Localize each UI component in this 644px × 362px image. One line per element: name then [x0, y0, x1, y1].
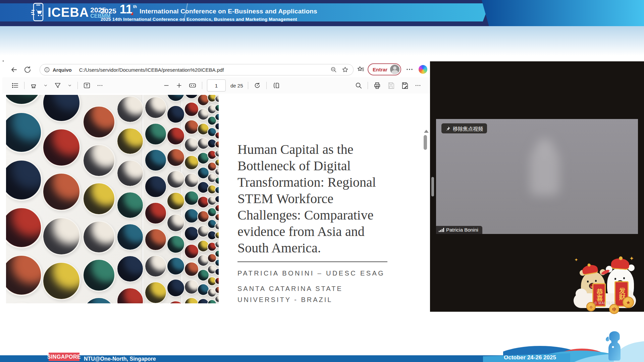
participant-name-tag: Patricia Bonini [436, 226, 482, 234]
divider [24, 82, 24, 89]
favorites-bar-icon[interactable] [357, 66, 365, 74]
highlighter-dropdown[interactable] [43, 82, 49, 88]
conference-title-line1: 2025 11 th International Conference on E… [101, 5, 317, 15]
sparkle-icon: ✦ [574, 257, 578, 262]
phone-cart-icon [31, 2, 45, 22]
divider [77, 82, 78, 89]
avatar [390, 65, 399, 74]
panel-divider-grip[interactable] [431, 177, 434, 196]
url-text: C:/Users/servidor/Documents/ICEBA/presen… [79, 67, 330, 73]
slide-text-block: Human Capital as the Bottleneck of Digit… [237, 141, 398, 305]
conference-banner: ICEBA 2025 CEBMM 2025 11 th Internationa… [0, 0, 644, 26]
blurred-participant [530, 145, 559, 195]
screen: ICEBA 2025 CEBMM 2025 11 th Internationa… [0, 0, 644, 362]
slide-divider-line [237, 261, 387, 262]
scroll-up-arrow[interactable] [424, 130, 429, 133]
zoom-in-page-button[interactable] [175, 81, 183, 89]
pin-icon [445, 126, 450, 131]
draw-dropdown[interactable] [67, 82, 73, 88]
browser-address-bar: Arquivo C:/Users/servidor/Documents/ICEB… [3, 61, 430, 78]
signal-bars-icon [439, 228, 444, 232]
slide-affiliation: SANTA CATARINA STATE UNIVERSITY - BRAZIL [237, 283, 398, 305]
file-scheme-label: Arquivo [53, 67, 72, 73]
pdf-page: Human Capital as the Bottleneck of Digit… [3, 94, 430, 312]
affiliation-line2: UNIVERSITY - BRAZIL [237, 294, 398, 305]
coin-icon: ◇ [586, 302, 596, 311]
divider [248, 82, 248, 89]
add-text-button[interactable] [83, 81, 91, 90]
back-button[interactable] [10, 65, 19, 74]
sticker-hat-right [611, 258, 630, 270]
page-view-button[interactable] [271, 81, 281, 90]
save-as-button[interactable] [400, 81, 409, 90]
toc-button[interactable] [11, 81, 19, 90]
conference-title-line2: 2025 14th International Conference on Ec… [101, 17, 317, 22]
merlion-graphic [603, 330, 626, 361]
title-year: 2025 [101, 7, 116, 15]
browser-window: Arquivo C:/Users/servidor/Documents/ICEB… [3, 61, 430, 312]
highlighter-button[interactable] [29, 81, 38, 90]
sticker-overlay: ✦ ✦ + 恭喜 发财 [572, 256, 639, 310]
toolbar-more-icon[interactable] [96, 83, 104, 88]
page-total-label: de 25 [230, 83, 243, 88]
coin-icon: 中 [609, 304, 619, 314]
rotate-button[interactable] [253, 81, 262, 90]
divider [368, 82, 368, 89]
banner-right-shape [482, 0, 644, 26]
sign-in-button[interactable]: Entrar [368, 63, 401, 75]
save-button[interactable] [386, 81, 395, 90]
remove-spotlight-button[interactable]: 移除焦点视频 [441, 123, 487, 133]
print-button[interactable] [373, 81, 382, 90]
affiliation-line1: SANTA CATARINA STATE [237, 283, 398, 294]
iceba-logo: ICEBA 2025 CEBMM [31, 2, 111, 22]
pdf-more-icon[interactable] [414, 83, 422, 88]
title-ordinal: th [133, 4, 137, 9]
slide-author: PATRICIA BONINI – UDESC ESAG [237, 269, 398, 277]
page-number-input[interactable] [207, 79, 226, 92]
sparkle-icon: ✦ [629, 255, 634, 262]
fit-width-button[interactable] [188, 81, 197, 90]
footer-location-badge: SINGAPORE [49, 353, 79, 361]
video-panel: 移除焦点视频 Patricia Bonini ✦ ✦ + [430, 61, 644, 312]
divider [266, 82, 267, 89]
slide-cover-photo [6, 95, 219, 303]
divider [202, 82, 202, 89]
info-icon [44, 67, 50, 73]
banner-titles: 2025 11 th International Conference on E… [101, 5, 317, 22]
pdf-toolbar: de 25 [3, 77, 430, 94]
favorite-star-icon[interactable] [342, 66, 348, 73]
refresh-button[interactable] [23, 65, 32, 74]
draw-button[interactable] [53, 81, 62, 90]
logo-brand: ICEBA [48, 6, 89, 19]
banner-fade [0, 26, 644, 56]
browser-menu-icon[interactable] [406, 67, 413, 71]
search-button[interactable] [354, 81, 363, 90]
vertical-scrollbar-thumb[interactable] [424, 135, 427, 150]
cloud-bump [576, 289, 587, 299]
zoom-out-icon[interactable] [330, 66, 337, 73]
conference-dates: October 24-26 2025 [504, 354, 556, 361]
title-text: International Conference on E-Business a… [140, 8, 317, 15]
participant-video[interactable]: 移除焦点视频 Patricia Bonini [436, 119, 638, 234]
title-number: 11 [120, 5, 132, 14]
copilot-icon[interactable] [419, 65, 427, 74]
zoom-out-page-button[interactable] [162, 81, 170, 89]
coin-icon: ★ [623, 297, 634, 308]
address-url-field[interactable]: Arquivo C:/Users/servidor/Documents/ICEB… [40, 64, 354, 75]
participant-name: Patricia Bonini [446, 227, 478, 233]
slide-title: Human Capital as the Bottleneck of Digit… [237, 141, 398, 256]
sign-in-label: Entrar [373, 67, 387, 72]
remove-spotlight-label: 移除焦点视频 [453, 125, 483, 132]
footer-venue: NTU@One-North, Singapore [84, 356, 156, 362]
